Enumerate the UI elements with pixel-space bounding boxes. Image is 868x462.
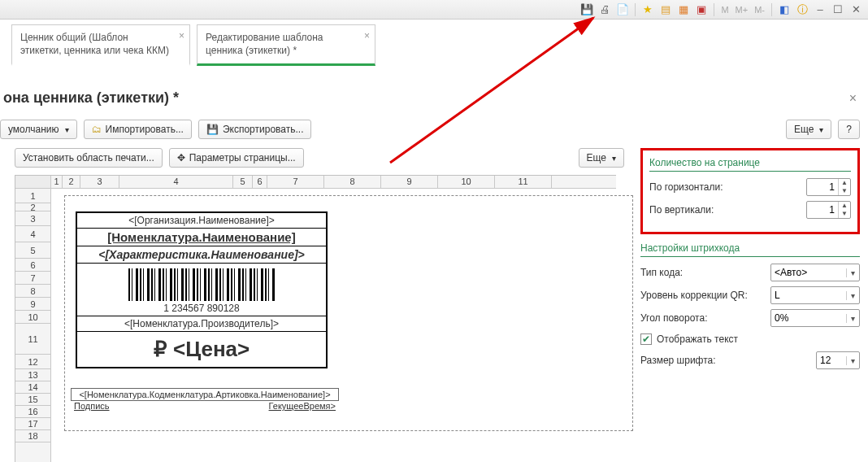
- row-header[interactable]: 1: [15, 189, 50, 203]
- tab-template-editor[interactable]: Редактирование шаблона ценника (этикетки…: [197, 24, 375, 66]
- row-header[interactable]: 4: [15, 226, 50, 242]
- col-header[interactable]: 1: [51, 176, 63, 188]
- page-icon[interactable]: 📄: [615, 2, 630, 17]
- label-characteristic[interactable]: <[Характеристика.Наименование]>: [77, 246, 326, 263]
- print-icon[interactable]: 🖨: [597, 2, 612, 17]
- chevron-down-icon[interactable]: ▾: [846, 356, 859, 365]
- spin-down-icon[interactable]: ▼: [839, 187, 850, 195]
- note-icon[interactable]: ▤: [658, 2, 673, 17]
- label-nom-name[interactable]: [Номенклатура.Наименование]: [77, 228, 326, 246]
- row-header[interactable]: 13: [15, 369, 50, 381]
- more-button[interactable]: Еще ▾: [786, 120, 831, 139]
- mplus-button[interactable]: M+: [734, 5, 750, 15]
- save-icon[interactable]: 💾: [579, 2, 594, 17]
- panel-icon[interactable]: ◧: [777, 2, 792, 17]
- row-header[interactable]: 10: [15, 311, 50, 324]
- horizontal-input[interactable]: [807, 181, 838, 193]
- row-header[interactable]: 3: [15, 211, 50, 226]
- label-time[interactable]: ГекущееВремя>: [269, 401, 336, 411]
- show-text-checkbox[interactable]: ✔ Отображать текст: [640, 333, 860, 345]
- spin-down-icon[interactable]: ▼: [839, 210, 850, 218]
- col-header[interactable]: 10: [438, 176, 495, 188]
- col-header[interactable]: 6: [253, 176, 267, 188]
- tab-close-icon[interactable]: ×: [179, 30, 184, 43]
- label-org[interactable]: <[Организация.Наименование]>: [77, 213, 326, 228]
- col-header[interactable]: 2: [63, 176, 80, 188]
- set-print-area-button[interactable]: Установить область печати...: [15, 148, 163, 168]
- spin-up-icon[interactable]: ▲: [839, 202, 850, 210]
- tab-label: Редактирование шаблона ценника (этикетки…: [206, 32, 323, 56]
- right-panel: Количество на странице По горизонтали: ▲…: [640, 148, 860, 374]
- export-button[interactable]: 💾 Экспортировать...: [198, 120, 312, 139]
- page-close-icon[interactable]: ×: [849, 91, 860, 106]
- col-header[interactable]: 5: [233, 176, 253, 188]
- vertical-spinner[interactable]: ▲ ▼: [806, 201, 851, 219]
- col-header[interactable]: 7: [267, 176, 324, 188]
- mminus-button[interactable]: M-: [753, 5, 766, 15]
- page-params-button[interactable]: ✥ Параметры страницы...: [169, 148, 304, 168]
- row-header[interactable]: 2: [15, 203, 50, 211]
- default-button[interactable]: умолчанию ▾: [0, 120, 77, 139]
- tab-close-icon[interactable]: ×: [364, 30, 370, 43]
- col-header[interactable]: 4: [119, 176, 233, 188]
- more-button-grid[interactable]: Еще ▾: [579, 148, 624, 168]
- label-extra-row[interactable]: <[Номенклатура.Кодменклатура.Артиковка.Н…: [71, 388, 339, 401]
- col-header[interactable]: 11: [495, 176, 552, 188]
- header-corner[interactable]: [15, 176, 51, 188]
- font-size-select[interactable]: 12 ▾: [816, 351, 860, 369]
- horizontal-spinner[interactable]: ▲ ▼: [806, 178, 851, 196]
- close-icon[interactable]: ✕: [848, 2, 863, 17]
- label-barcode[interactable]: 1 234567 890128: [77, 263, 326, 316]
- label-footer[interactable]: <[Номенклатура.Кодменклатура.Артиковка.Н…: [71, 388, 339, 411]
- label-template[interactable]: <[Организация.Наименование]> [Номенклату…: [76, 211, 328, 368]
- page-title: она ценника (этикетки) *: [0, 89, 179, 107]
- angle-select[interactable]: 0% ▾: [770, 309, 860, 327]
- check-icon[interactable]: ✔: [640, 333, 652, 345]
- row-header[interactable]: 8: [15, 285, 50, 298]
- label-producer[interactable]: <[Номенклатура.Производитель]>: [77, 316, 326, 331]
- folder-open-icon: 🗂: [92, 124, 102, 135]
- col-header[interactable]: 9: [381, 176, 438, 188]
- m-button[interactable]: M: [719, 5, 730, 15]
- button-label: Экспортировать...: [223, 124, 304, 135]
- calendar-icon[interactable]: ▣: [694, 2, 709, 17]
- maximize-icon[interactable]: ☐: [831, 2, 845, 17]
- col-header[interactable]: 8: [324, 176, 381, 188]
- label-price[interactable]: ₽ <Цена>: [77, 331, 326, 367]
- row-header[interactable]: 17: [15, 418, 50, 430]
- row-header[interactable]: 14: [15, 381, 50, 394]
- row-header[interactable]: 16: [15, 406, 50, 418]
- row-header[interactable]: 6: [15, 259, 50, 272]
- row-header[interactable]: 12: [15, 355, 50, 369]
- row-header[interactable]: 9: [15, 298, 50, 311]
- row-header[interactable]: 7: [15, 272, 50, 285]
- spreadsheet-area[interactable]: 1 2 3 4 5 6 7 8 9 10 11 1 2 3 4 5 6 7 8 …: [15, 175, 616, 462]
- code-type-label: Тип кода:: [640, 267, 770, 278]
- star-icon[interactable]: ★: [640, 2, 655, 17]
- move-icon: ✥: [177, 152, 185, 163]
- qr-level-select[interactable]: L ▾: [770, 286, 860, 304]
- chevron-down-icon[interactable]: ▾: [846, 268, 859, 277]
- row-headers: 1 2 3 4 5 6 7 8 9 10 11 12 13 14 15 16 1…: [15, 189, 51, 462]
- tab-pricetag-common[interactable]: Ценник общий (Шаблон этикетки, ценника и…: [11, 24, 190, 66]
- info-icon[interactable]: ⓘ: [795, 2, 809, 17]
- row-header[interactable]: 5: [15, 242, 50, 259]
- import-button[interactable]: 🗂 Импортировать...: [84, 120, 192, 139]
- minimize-icon[interactable]: –: [813, 2, 827, 17]
- row-header[interactable]: 15: [15, 394, 50, 406]
- chevron-down-icon[interactable]: ▾: [846, 291, 859, 300]
- system-toolbar: 💾 🖨 📄 ★ ▤ ▦ ▣ M M+ M- ◧ ⓘ – ☐ ✕: [0, 0, 868, 20]
- qr-level-value: L: [771, 290, 846, 301]
- label-signature[interactable]: Подпись: [74, 401, 110, 411]
- help-button[interactable]: ?: [838, 120, 860, 139]
- chevron-down-icon[interactable]: ▾: [846, 314, 859, 323]
- row-header[interactable]: 18: [15, 430, 50, 442]
- code-type-select[interactable]: <Авто> ▾: [770, 264, 860, 281]
- spin-up-icon[interactable]: ▲: [839, 179, 850, 187]
- grid-cells[interactable]: <[Организация.Наименование]> [Номенклату…: [51, 189, 616, 462]
- vertical-input[interactable]: [807, 204, 838, 216]
- calc-icon[interactable]: ▦: [676, 2, 691, 17]
- col-header[interactable]: 3: [80, 176, 119, 188]
- row-header[interactable]: 11: [15, 324, 50, 355]
- qr-level-label: Уровень коррекции QR:: [640, 290, 770, 301]
